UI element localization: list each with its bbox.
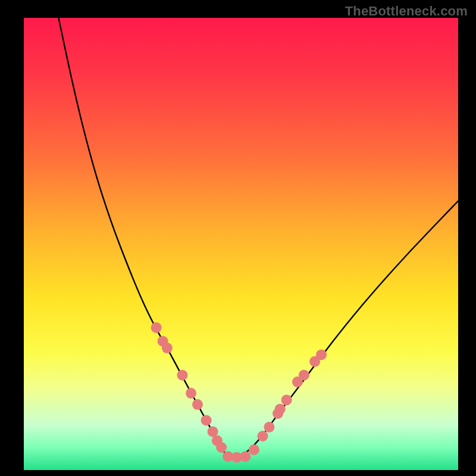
chart-frame: TheBottleneck.com — [0, 0, 476, 476]
highlight-dot — [240, 451, 250, 462]
highlight-dot — [299, 369, 309, 380]
highlight-dot — [249, 444, 259, 455]
gradient-background — [24, 18, 458, 470]
bottleneck-chart — [0, 0, 476, 476]
highlight-dot — [258, 431, 268, 441]
highlight-dot — [162, 343, 173, 353]
highlight-dot — [281, 394, 292, 405]
highlight-dot — [216, 442, 227, 453]
highlight-dot — [177, 369, 187, 380]
highlight-dot — [151, 322, 162, 333]
highlight-dot — [201, 415, 212, 425]
highlight-dot — [192, 399, 203, 410]
highlight-dot — [186, 388, 196, 399]
watermark-label: TheBottleneck.com — [345, 4, 468, 19]
highlight-dot — [264, 422, 274, 433]
highlight-dot — [275, 403, 286, 414]
highlight-dot — [316, 349, 327, 360]
